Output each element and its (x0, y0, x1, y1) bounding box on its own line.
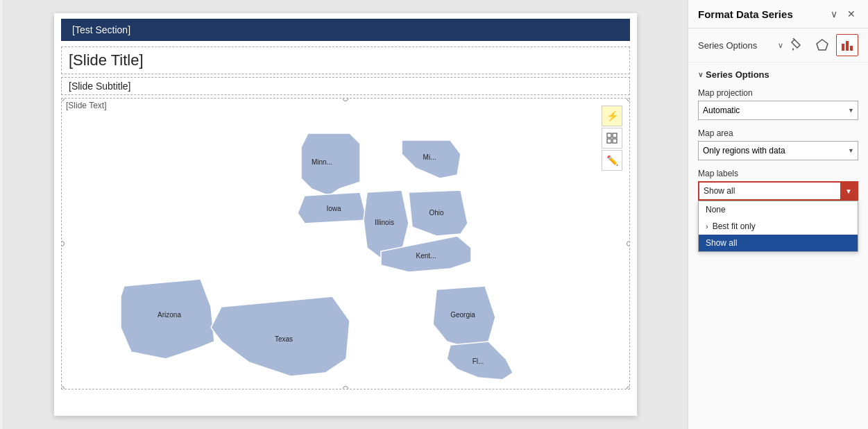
handle-bl[interactable] (61, 386, 65, 389)
svg-rect-17 (846, 41, 849, 51)
section-chevron: ∨ (698, 71, 703, 78)
map-labels-input[interactable]: Show all ▼ (698, 181, 858, 201)
shape-icon-btn[interactable] (811, 34, 833, 56)
bar-chart-icon (840, 38, 854, 52)
svg-text:Arizona: Arizona (158, 311, 181, 319)
handle-tm[interactable] (343, 98, 348, 101)
paint-bucket-icon (790, 38, 804, 52)
panel-body: ∨ Series Options Map projection Automati… (688, 62, 868, 429)
map-labels-arrow: ▼ (840, 182, 857, 200)
map-labels-dropdown: None › Best fit only Show all (698, 201, 858, 252)
slide-title-text: [Slide Title] (69, 51, 144, 69)
svg-rect-13 (613, 139, 617, 143)
svg-text:Minn...: Minn... (312, 158, 332, 166)
map-container: Minn... Mi... Iowa Illinois Ohio Ke (62, 112, 629, 383)
collapse-icon[interactable]: ∨ (828, 7, 840, 21)
svg-rect-10 (607, 133, 611, 137)
map-area-select-wrapper: Only regions with data Show all regions (698, 141, 858, 160)
svg-text:Illinois: Illinois (375, 219, 394, 226)
svg-rect-16 (842, 44, 844, 51)
svg-line-14 (793, 38, 794, 40)
panel-title: Format Data Series (698, 8, 793, 20)
fill-icon-btn[interactable] (786, 34, 808, 56)
map-labels-group: Map labels Show all ▼ None › Best fit on… (698, 169, 858, 201)
svg-text:Texas: Texas (275, 335, 293, 343)
slide-title[interactable]: [Slide Title] (61, 47, 630, 74)
map-area-label: Map area (698, 128, 858, 138)
close-icon[interactable]: ✕ (844, 7, 858, 21)
float-btn-yellow[interactable]: ⚡ (602, 106, 622, 126)
chart-icon-btn[interactable] (836, 34, 858, 56)
map-projection-select[interactable]: Automatic (698, 101, 858, 120)
pencil-icon: ✏️ (606, 155, 618, 166)
slide-subtitle-text: [Slide Subtitle] (69, 81, 131, 92)
map-area-select[interactable]: Only regions with data Show all regions (698, 141, 858, 160)
map-projection-group: Map projection Automatic (698, 88, 858, 120)
slide-area: [Test Section] [Slide Title] [Slide Subt… (3, 0, 688, 429)
dropdown-none[interactable]: None (699, 201, 858, 218)
map-labels-wrapper: Show all ▼ None › Best fit only Show all (698, 181, 858, 201)
series-options-toggle[interactable]: ∨ Series Options (698, 69, 858, 80)
svg-text:Fl...: Fl... (473, 358, 484, 365)
check-indicator: › (706, 222, 708, 230)
section-bar: [Test Section] (61, 19, 630, 41)
chart-icon-yellow: ⚡ (606, 110, 618, 121)
panel-header: Format Data Series ∨ ✕ (688, 0, 868, 28)
series-options-label: Series Options (698, 40, 775, 51)
dropdown-best-fit[interactable]: › Best fit only (699, 218, 858, 235)
slide: [Test Section] [Slide Title] [Slide Subt… (54, 13, 637, 416)
handle-tr[interactable] (627, 98, 630, 101)
series-toolbar: Series Options ∨ (688, 28, 868, 62)
grid-icon (606, 133, 618, 144)
svg-rect-18 (850, 46, 853, 51)
series-options-chevron[interactable]: ∨ (778, 41, 783, 50)
svg-text:Iowa: Iowa (326, 205, 341, 212)
dropdown-show-all-label: Show all (706, 238, 737, 248)
float-btn-grid[interactable] (602, 128, 622, 149)
float-toolbar: ⚡ ✏️ (602, 106, 622, 171)
map-svg: Minn... Mi... Iowa Illinois Ohio Ke (62, 112, 547, 383)
map-labels-label: Map labels (698, 169, 858, 178)
dropdown-none-label: None (706, 205, 726, 214)
slide-content-area[interactable]: [Slide Text] Minn... (61, 98, 630, 389)
map-projection-label: Map projection (698, 88, 858, 98)
handle-br[interactable] (627, 386, 630, 389)
svg-text:Georgia: Georgia (450, 311, 475, 319)
svg-text:Kent...: Kent... (416, 252, 436, 260)
slide-subtitle[interactable]: [Slide Subtitle] (61, 77, 630, 95)
handle-bm[interactable] (343, 386, 348, 389)
float-btn-pencil[interactable]: ✏️ (602, 150, 622, 171)
pentagon-icon (815, 38, 829, 52)
svg-rect-11 (613, 133, 617, 137)
svg-text:Mi...: Mi... (423, 153, 436, 161)
svg-marker-15 (817, 40, 828, 50)
svg-rect-12 (607, 139, 611, 143)
dropdown-show-all[interactable]: Show all (699, 235, 858, 251)
section-title: Series Options (706, 69, 769, 80)
state-arizona[interactable] (121, 279, 214, 359)
map-area-group: Map area Only regions with data Show all… (698, 128, 858, 160)
svg-text:Ohio: Ohio (429, 209, 444, 217)
right-panel: Format Data Series ∨ ✕ Series Options ∨ (688, 0, 868, 429)
slide-text-label: [Slide Text] (62, 98, 110, 113)
map-projection-select-wrapper: Automatic (698, 101, 858, 120)
dropdown-best-fit-label: Best fit only (713, 221, 756, 231)
section-bar-text: [Test Section] (72, 24, 130, 35)
map-labels-value: Show all (704, 186, 840, 196)
panel-header-icons: ∨ ✕ (828, 7, 858, 21)
